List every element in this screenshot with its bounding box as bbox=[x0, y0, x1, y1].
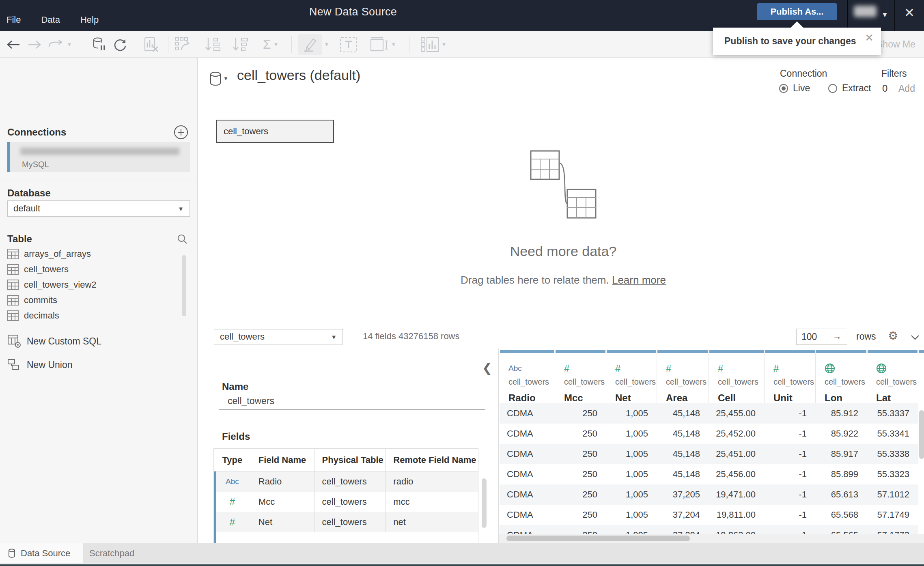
grid-column-header[interactable]: cell_towersLat bbox=[867, 350, 918, 404]
grid-column-header[interactable]: cell_towersLon bbox=[816, 350, 867, 404]
column-accent-bar bbox=[816, 350, 866, 353]
filters-add-button[interactable]: Add bbox=[898, 83, 915, 94]
grid-column-header[interactable]: #cell_towersUnit bbox=[765, 350, 816, 404]
datasource-caret-icon[interactable]: ▼ bbox=[223, 75, 228, 82]
table-list-item[interactable]: arrays_of_arrays bbox=[7, 246, 178, 262]
fit-selector[interactable]: ▼ bbox=[366, 31, 400, 58]
new-union-label: New Union bbox=[27, 359, 73, 370]
preview-table-select-value: cell_towers bbox=[220, 331, 265, 342]
grid-cell: -1 bbox=[765, 464, 816, 484]
grid-cell: CDMA bbox=[500, 505, 555, 525]
grid-data-row[interactable]: CDMA2501,00545,14825,456.00-185.89955.33… bbox=[500, 464, 918, 484]
connections-heading: Connections bbox=[7, 127, 66, 138]
gear-icon[interactable]: ⚙ bbox=[888, 330, 898, 342]
new-union-button[interactable]: New Union bbox=[7, 359, 73, 371]
grid-cell: 55.3341 bbox=[867, 424, 918, 444]
grid-data-row[interactable]: CDMA2501,00545,14825,455.00-185.91255.33… bbox=[500, 403, 918, 424]
preview-table-select[interactable]: cell_towers ▼ bbox=[214, 329, 343, 344]
collapse-panel-icon[interactable]: ❮ bbox=[482, 361, 492, 375]
apply-row-limit-icon[interactable]: → bbox=[833, 331, 842, 342]
column-accent-bar bbox=[500, 350, 554, 353]
tab-data-source[interactable]: Data Source bbox=[0, 543, 83, 563]
column-field-name: Cell bbox=[709, 392, 764, 404]
related-tables-icon bbox=[523, 147, 604, 220]
publish-as-button[interactable]: Publish As... bbox=[757, 3, 837, 20]
titlebar-divider bbox=[894, 0, 895, 31]
canvas-table-node[interactable]: cell_towers bbox=[216, 120, 334, 143]
grid-cell: 1,005 bbox=[606, 484, 657, 505]
column-field-name: Unit bbox=[765, 392, 815, 404]
fields-table-row[interactable]: #Netcell_towersnet bbox=[214, 512, 478, 532]
table-list-item[interactable]: decimals bbox=[7, 308, 178, 323]
new-custom-sql-button[interactable]: New Custom SQL bbox=[7, 334, 101, 348]
close-icon[interactable]: ✕ bbox=[904, 6, 915, 19]
name-input[interactable]: cell_towers bbox=[228, 396, 274, 407]
swap-rows-columns-button[interactable] bbox=[170, 31, 196, 58]
database-heading: Database bbox=[7, 187, 51, 199]
database-select[interactable]: default ▼ bbox=[7, 200, 190, 217]
grid-vertical-scrollbar[interactable] bbox=[919, 410, 924, 459]
name-label: Name bbox=[222, 381, 248, 392]
grid-cell: 19,811.00 bbox=[709, 505, 765, 525]
clear-sheet-button[interactable] bbox=[140, 31, 163, 58]
grid-horizontal-scrollbar-track[interactable] bbox=[499, 534, 924, 543]
grid-column-header[interactable]: Abccell_towersRadio bbox=[500, 350, 555, 404]
grid-data-row[interactable]: CDMA2501,00537,20519,471.00-165.61357.10… bbox=[500, 484, 918, 505]
column-source-table: cell_towers bbox=[765, 377, 815, 387]
learn-more-link[interactable]: Learn more bbox=[612, 274, 666, 286]
grid-data-row[interactable]: CDMA2501,00545,14825,452.00-185.92255.33… bbox=[500, 424, 918, 444]
show-me-toggle-button[interactable]: ▼ bbox=[415, 31, 452, 58]
totals-button[interactable]: Σ▼ bbox=[256, 31, 286, 58]
show-mark-labels-button[interactable] bbox=[336, 31, 361, 58]
table-list-item[interactable]: cell_towers bbox=[7, 262, 178, 277]
column-field-name: Net bbox=[606, 392, 657, 404]
fields-scrollbar[interactable] bbox=[482, 478, 487, 528]
grid-data-row[interactable]: CDMA2501,00545,14825,451.00-185.91755.33… bbox=[500, 444, 918, 464]
sidebar-scrollbar[interactable] bbox=[182, 255, 186, 316]
redo-button[interactable] bbox=[24, 31, 45, 58]
tooltip-close-icon[interactable]: ✕ bbox=[865, 32, 874, 44]
highlight-button[interactable]: ▼ bbox=[296, 31, 331, 58]
undo-button[interactable] bbox=[3, 31, 24, 58]
menu-help[interactable]: Help bbox=[80, 15, 99, 25]
connection-item[interactable]: MySQL bbox=[7, 142, 190, 172]
publish-tooltip-text: Publish to save your changes bbox=[724, 36, 856, 47]
live-radio[interactable]: Live bbox=[779, 83, 810, 94]
table-list-item[interactable]: cell_towers_view2 bbox=[7, 277, 178, 293]
tab-scratchpad[interactable]: Scratchpad bbox=[84, 543, 134, 563]
grid-cell: 250 bbox=[555, 403, 606, 424]
refresh-button[interactable] bbox=[109, 31, 131, 58]
user-caret-icon[interactable]: ▼ bbox=[881, 11, 888, 19]
filters-section-label: Filters bbox=[881, 68, 907, 79]
extract-radio[interactable]: Extract bbox=[828, 83, 871, 94]
sort-descending-button[interactable] bbox=[227, 31, 252, 58]
chevron-down-icon[interactable] bbox=[911, 335, 920, 340]
grid-cell: 1,005 bbox=[606, 403, 657, 424]
search-icon[interactable] bbox=[177, 234, 187, 244]
pause-updates-button[interactable] bbox=[88, 31, 111, 58]
connection-selected-bar bbox=[7, 142, 10, 172]
grid-column-header[interactable]: #cell_towersNet bbox=[606, 350, 657, 404]
replay-button[interactable]: ▼ bbox=[45, 31, 74, 58]
table-grid-icon bbox=[7, 310, 19, 321]
menu-file[interactable]: File bbox=[6, 15, 21, 25]
column-accent-bar bbox=[709, 350, 764, 353]
grid-column-header[interactable]: #cell_towersMcc bbox=[555, 350, 606, 404]
fields-table-row[interactable]: AbcRadiocell_towersradio bbox=[214, 471, 478, 492]
add-connection-icon[interactable] bbox=[174, 125, 188, 140]
show-me-label[interactable]: Show Me bbox=[877, 31, 915, 58]
fields-table-row[interactable]: #Mcccell_towersmcc bbox=[214, 492, 478, 512]
grid-column-header[interactable]: #cell_towersCell bbox=[709, 350, 765, 404]
database-icon[interactable] bbox=[209, 71, 222, 86]
field-metadata-panel: ❮ Name cell_towers Fields Type Field Nam… bbox=[198, 349, 499, 543]
column-accent-bar bbox=[657, 350, 708, 353]
fields-col-type: Type bbox=[214, 449, 251, 471]
column-field-name: Area bbox=[657, 392, 709, 404]
grid-column-header[interactable]: #cell_towersArea bbox=[657, 350, 709, 404]
grid-horizontal-scrollbar[interactable] bbox=[506, 536, 690, 541]
user-menu[interactable] bbox=[854, 6, 877, 17]
sort-ascending-button[interactable] bbox=[200, 31, 225, 58]
grid-data-row[interactable]: CDMA2501,00537,20419,811.00-165.56857.17… bbox=[500, 505, 918, 525]
table-list-item[interactable]: commits bbox=[7, 293, 178, 308]
menu-data[interactable]: Data bbox=[41, 15, 60, 25]
